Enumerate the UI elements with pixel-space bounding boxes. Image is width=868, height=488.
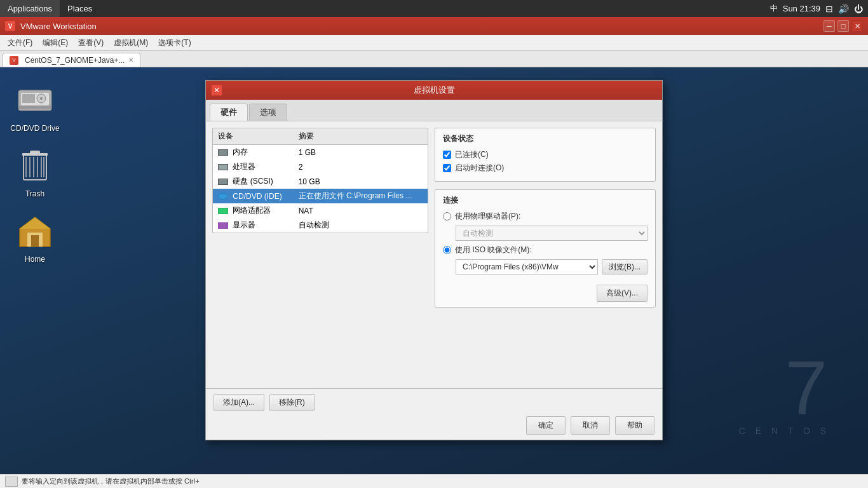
dialog-close-button[interactable]: ✕ xyxy=(211,85,222,96)
connected-label[interactable]: 已连接(C) xyxy=(455,149,489,160)
applications-menu[interactable]: Applications xyxy=(0,0,60,17)
connection-section: 连接 使用物理驱动器(P): 自动检测 xyxy=(435,189,656,308)
maximize-button[interactable]: □ xyxy=(837,20,849,32)
autoconnect-label[interactable]: 启动时连接(O) xyxy=(455,163,504,173)
device-table-header: 设备 摘要 xyxy=(213,128,428,145)
menu-view[interactable]: 查看(V) xyxy=(73,36,109,50)
tab-close-icon[interactable]: ✕ xyxy=(128,57,133,64)
device-summary-disp: 自动检测 xyxy=(294,218,428,233)
device-summary-cpu: 2 xyxy=(294,159,428,174)
device-name-net: 网络适配器 xyxy=(213,203,294,218)
table-row[interactable]: 硬盘 (SCSI) 10 GB xyxy=(213,174,428,189)
connected-checkbox[interactable] xyxy=(443,151,451,159)
vmware-menubar: 文件(F) 编辑(E) 查看(V) 虚拟机(M) 选项卡(T) xyxy=(0,35,868,51)
iso-file-row: 使用 ISO 映像文件(M): xyxy=(443,245,648,255)
col-summary: 摘要 xyxy=(294,128,428,145)
menu-file[interactable]: 文件(F) xyxy=(3,36,37,50)
dialog-titlebar: ✕ 虚拟机设置 xyxy=(206,81,662,100)
dialog-footer: 添加(A)... 移除(R) 确定 取消 帮助 xyxy=(206,388,662,440)
table-row[interactable]: 内存 1 GB xyxy=(213,145,428,160)
device-name-hdd: 硬盘 (SCSI) xyxy=(213,174,294,189)
volume-icon[interactable]: 🔊 xyxy=(838,4,849,14)
statusbar: 要将输入定向到该虚拟机，请在虚拟机内部单击或按 Ctrl+ xyxy=(0,474,868,488)
vm-status-icon xyxy=(5,477,18,487)
menu-vm[interactable]: 虚拟机(M) xyxy=(109,36,153,50)
topbar-language[interactable]: 中 xyxy=(770,3,778,14)
device-status-section: 设备状态 已连接(C) 启动时连接(O) xyxy=(435,128,656,182)
menu-edit[interactable]: 编辑(E) xyxy=(37,36,73,50)
device-name-disp: 显示器 xyxy=(213,218,294,233)
table-row[interactable]: CD/DVD (IDE) 正在使用文件 C:\Program Files ... xyxy=(213,189,428,203)
dialog-overlay: ✕ 虚拟机设置 硬件 选项 xyxy=(0,67,868,474)
add-remove-row: 添加(A)... 移除(R) xyxy=(214,394,654,411)
table-row[interactable]: 处理器 2 xyxy=(213,159,428,174)
device-summary-hdd: 10 GB xyxy=(294,174,428,189)
minimize-button[interactable]: ─ xyxy=(824,20,835,32)
col-device: 设备 xyxy=(213,128,294,145)
device-table: 设备 摘要 内存 1 GB xyxy=(212,128,428,233)
device-status-title: 设备状态 xyxy=(443,133,648,144)
tab-hardware[interactable]: 硬件 xyxy=(210,104,248,121)
vm-tab-label: CentOS_7_GNOME+Java+... xyxy=(25,56,125,65)
tab-options[interactable]: 选项 xyxy=(249,104,287,121)
ok-button[interactable]: 确定 xyxy=(526,416,566,435)
vm-tabbar: V CentOS_7_GNOME+Java+... ✕ xyxy=(0,51,868,67)
device-summary-cd: 正在使用文件 C:\Program Files ... xyxy=(294,189,428,203)
settings-panel: 设备状态 已连接(C) 启动时连接(O) xyxy=(435,128,656,382)
dialog-title: 虚拟机设置 xyxy=(222,85,646,96)
add-button[interactable]: 添加(A)... xyxy=(214,394,264,411)
dialog-body: 设备 摘要 内存 1 GB xyxy=(206,121,662,388)
device-name-cpu: 处理器 xyxy=(213,159,294,174)
connected-row: 已连接(C) xyxy=(443,149,648,160)
iso-file-label[interactable]: 使用 ISO 映像文件(M): xyxy=(455,245,532,255)
iso-path-select[interactable]: C:\Program Files (x86)\VMw xyxy=(456,259,598,274)
help-button[interactable]: 帮助 xyxy=(615,416,654,435)
places-menu[interactable]: Places xyxy=(60,0,100,17)
physical-drive-label[interactable]: 使用物理驱动器(P): xyxy=(455,211,520,222)
browse-button[interactable]: 浏览(B)... xyxy=(602,259,648,274)
topbar-clock: Sun 21:39 xyxy=(783,4,820,13)
close-button[interactable]: ✕ xyxy=(851,20,863,32)
advanced-button[interactable]: 高级(V)... xyxy=(597,285,648,302)
vmware-icon: V xyxy=(5,21,15,31)
table-row[interactable]: 显示器 自动检测 xyxy=(213,218,428,233)
device-panel: 设备 摘要 内存 1 GB xyxy=(212,128,428,382)
status-hint-text: 要将输入定向到该虚拟机，请在虚拟机内部单击或按 Ctrl+ xyxy=(22,477,200,486)
device-summary-net: NAT xyxy=(294,203,428,218)
power-icon[interactable]: ⏻ xyxy=(854,4,863,14)
vmware-window-title: VMware Workstation xyxy=(20,22,824,31)
physical-drive-row: 使用物理驱动器(P): xyxy=(443,211,648,222)
menu-tabs[interactable]: 选项卡(T) xyxy=(153,36,196,50)
ok-cancel-row: 确定 取消 帮助 xyxy=(214,416,654,435)
autoconnect-checkbox[interactable] xyxy=(443,164,451,172)
dialog-tabs: 硬件 选项 xyxy=(206,100,662,121)
topbar: Applications Places 中 Sun 21:39 ⊟ 🔊 ⏻ xyxy=(0,0,868,17)
vm-tab[interactable]: V CentOS_7_GNOME+Java+... ✕ xyxy=(3,53,140,67)
autoconnect-row: 启动时连接(O) xyxy=(443,163,648,173)
connection-title: 连接 xyxy=(443,195,648,206)
device-name-cd: CD/DVD (IDE) xyxy=(213,189,294,203)
cancel-button[interactable]: 取消 xyxy=(571,416,610,435)
vm-tab-icon: V xyxy=(10,56,18,65)
iso-path-row: C:\Program Files (x86)\VMw 浏览(B)... xyxy=(443,259,648,274)
table-row[interactable]: 网络适配器 NAT xyxy=(213,203,428,218)
auto-detect-select[interactable]: 自动检测 xyxy=(456,226,648,241)
network-icon[interactable]: ⊟ xyxy=(825,4,833,14)
vmware-titlebar: V VMware Workstation ─ □ ✕ xyxy=(0,17,868,35)
physical-drive-radio[interactable] xyxy=(443,212,451,220)
iso-file-radio[interactable] xyxy=(443,246,451,254)
auto-detect-row: 自动检测 xyxy=(443,226,648,241)
device-name-mem: 内存 xyxy=(213,145,294,160)
device-summary-mem: 1 GB xyxy=(294,145,428,160)
vm-settings-dialog: ✕ 虚拟机设置 硬件 选项 xyxy=(205,80,663,440)
remove-button[interactable]: 移除(R) xyxy=(269,394,315,411)
